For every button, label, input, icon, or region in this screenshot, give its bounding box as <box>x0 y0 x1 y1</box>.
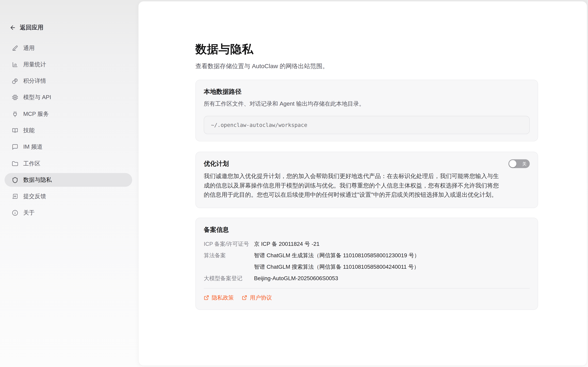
feedback-plus-icon <box>12 193 18 200</box>
main-panel: 数据与隐私 查看数据存储位置与 AutoClaw 的网络出站范围。 本地数据路径… <box>138 1 587 366</box>
page-title: 数据与隐私 <box>195 42 538 56</box>
sidebar-item-workspace[interactable]: 工作区 <box>5 157 132 170</box>
sidebar-item-im-channels[interactable]: IM 频道 <box>5 140 132 154</box>
card-description: 所有工作区文件、对话记录和 Agent 输出均存储在此本地目录。 <box>204 100 530 108</box>
card-title: 备案信息 <box>204 225 530 234</box>
back-to-app-label: 返回应用 <box>20 24 43 32</box>
filing-row-label: 大模型备案登记 <box>204 274 254 282</box>
sidebar-item-label: 模型与 API <box>23 94 51 101</box>
sidebar-item-general[interactable]: 通用 <box>5 41 132 55</box>
sidebar-item-label: 用量统计 <box>23 61 46 68</box>
toggle-state-label: 关 <box>522 161 527 166</box>
sidebar-item-skills[interactable]: 技能 <box>5 124 132 137</box>
sidebar-item-label: IM 频道 <box>23 143 42 151</box>
card-title: 本地数据路径 <box>204 87 530 96</box>
sidebar-item-label: MCP 服务 <box>23 110 49 118</box>
arrow-left-icon <box>9 24 16 31</box>
back-to-app-button[interactable]: 返回应用 <box>9 24 138 32</box>
sidebar-item-about[interactable]: 关于 <box>5 206 132 220</box>
sidebar-item-credits[interactable]: 积分详情 <box>5 74 132 88</box>
filing-rows: ICP 备案/许可证号 京 ICP 备 20011824 号 -21 算法备案 … <box>204 240 530 282</box>
filing-row-value: 智谱 ChatGLM 生成算法（网信算备 1101081058580012300… <box>254 251 530 259</box>
privacy-policy-link[interactable]: 隐私政策 <box>204 294 234 301</box>
chip-icon <box>12 94 18 101</box>
sidebar-item-label: 提交反馈 <box>23 193 46 200</box>
sidebar-item-label: 积分详情 <box>23 77 46 84</box>
privacy-policy-label: 隐私政策 <box>212 294 234 301</box>
settings-window: 返回应用 通用 用量统计 积分详情 <box>0 0 588 367</box>
sidebar-item-label: 技能 <box>23 127 35 134</box>
sidebar-item-models-api[interactable]: 模型与 API <box>5 91 132 104</box>
coins-icon <box>12 78 18 84</box>
sidebar-item-data-privacy[interactable]: 数据与隐私 <box>5 173 132 187</box>
chat-bubble-icon <box>12 144 18 150</box>
user-agreement-link[interactable]: 用户协议 <box>242 294 272 301</box>
sidebar-item-label: 工作区 <box>23 160 40 167</box>
filing-row-label: 算法备案 <box>204 251 254 259</box>
info-icon <box>12 210 18 216</box>
folder-icon <box>12 160 18 167</box>
workspace-path-field[interactable] <box>204 116 530 134</box>
optimization-plan-card: 优化计划 关 我们诚邀您加入优化提升计划，您的加入会帮助我们更好地迭代产品：在去… <box>195 152 538 208</box>
optimization-toggle[interactable]: 关 <box>508 159 530 168</box>
sidebar-item-feedback[interactable]: 提交反馈 <box>5 190 132 203</box>
user-agreement-label: 用户协议 <box>250 294 272 301</box>
filing-info-card: 备案信息 ICP 备案/许可证号 京 ICP 备 20011824 号 -21 … <box>195 217 538 309</box>
external-link-icon <box>242 295 247 300</box>
plug-icon <box>12 111 18 117</box>
external-link-icon <box>204 295 209 300</box>
optimization-description: 我们诚邀您加入优化提升计划，您的加入会帮助我们更好地迭代产品：在去标识化处理后，… <box>204 172 505 200</box>
filing-row-label: ICP 备案/许可证号 <box>204 240 254 248</box>
sidebar-item-label: 数据与隐私 <box>23 176 52 184</box>
filing-row-value: 智谱 ChatGLM 搜索算法（网信算备 1101081058580042400… <box>254 262 530 271</box>
filing-row-label-spacer <box>204 262 254 271</box>
pencil-icon <box>12 45 18 51</box>
data-privacy-page: 数据与隐私 查看数据存储位置与 AutoClaw 的网络出站范围。 本地数据路径… <box>139 1 587 310</box>
local-data-path-card: 本地数据路径 所有工作区文件、对话记录和 Agent 输出均存储在此本地目录。 <box>195 80 538 142</box>
policy-links: 隐私政策 用户协议 <box>204 294 530 301</box>
sidebar-item-label: 关于 <box>23 209 35 217</box>
shield-icon <box>12 177 18 183</box>
filing-row-value: 京 ICP 备 20011824 号 -21 <box>254 240 530 248</box>
page-subtitle: 查看数据存储位置与 AutoClaw 的网络出站范围。 <box>195 62 538 71</box>
book-open-icon <box>12 127 18 134</box>
filing-row-value: Beijing-AutoGLM-20250606S0053 <box>254 274 530 282</box>
sidebar: 返回应用 通用 用量统计 积分详情 <box>0 0 138 367</box>
card-title: 优化计划 <box>204 159 229 168</box>
bar-chart-icon <box>12 61 18 68</box>
sidebar-item-usage-stats[interactable]: 用量统计 <box>5 58 132 71</box>
sidebar-nav: 通用 用量统计 积分详情 模型与 API <box>0 41 138 220</box>
sidebar-item-label: 通用 <box>23 44 35 52</box>
toggle-knob <box>509 160 516 167</box>
divider <box>204 288 530 288</box>
sidebar-item-mcp[interactable]: MCP 服务 <box>5 107 132 121</box>
